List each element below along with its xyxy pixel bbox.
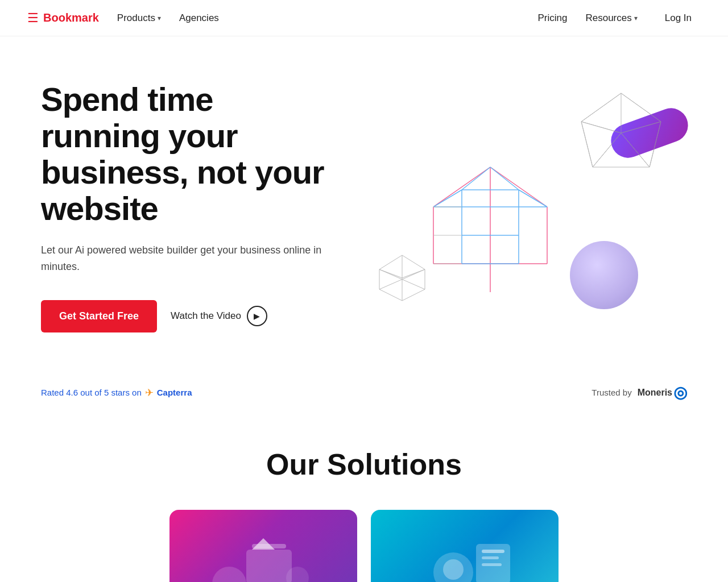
watch-video-button[interactable]: Watch the Video ▶ [171,306,267,326]
wireframe-diamond-top [576,88,667,178]
hero-content: Spend time running your business, not yo… [41,81,337,332]
nav-products[interactable]: Products ▾ [117,13,161,24]
svg-line-6 [593,133,621,167]
solution-card-builder[interactable] [169,510,357,582]
svg-marker-3 [581,122,621,167]
solutions-section: Our Solutions [0,413,728,582]
solution-card-ecommerce[interactable] [371,510,559,582]
nav-pricing[interactable]: Pricing [538,13,568,24]
nav-left: ☰ Bookmark Products ▾ Agencies [27,11,219,26]
card-illustration-purple [169,510,357,582]
wireframe-diamond-small [377,252,428,304]
nav-right: Pricing Resources ▾ Log In [538,9,701,27]
logo-link[interactable]: ☰ Bookmark [27,11,99,26]
hero-actions: Get Started Free Watch the Video ▶ [41,300,337,332]
chevron-down-icon: ▾ [634,14,638,22]
svg-point-45 [443,559,464,580]
svg-marker-2 [621,122,661,167]
hero-section: Spend time running your business, not yo… [0,36,728,366]
svg-rect-36 [246,550,292,582]
play-icon: ▶ [247,306,267,326]
wireframe-tower [416,161,564,298]
svg-line-32 [379,269,402,278]
capterra-rating: Rated 4.6 out of 5 stars on ✈ Capterra [41,386,192,399]
solutions-heading: Our Solutions [27,447,701,481]
svg-line-13 [490,167,519,190]
nav-login[interactable]: Log In [656,9,701,27]
moneris-swirl-icon: ◎ [673,383,687,402]
logo-text: Bookmark [43,11,99,24]
trusted-by-section: Trusted by Moneris ◎ [592,383,687,402]
svg-line-14 [519,190,547,207]
navbar: ☰ Bookmark Products ▾ Agencies Pricing R… [0,0,728,36]
svg-line-15 [433,190,462,207]
svg-line-16 [462,167,490,190]
chevron-down-icon: ▾ [158,14,161,22]
hero-footer: Rated 4.6 out of 5 stars on ✈ Capterra T… [0,372,728,413]
svg-point-34 [212,567,246,582]
svg-line-5 [621,133,650,167]
svg-rect-43 [482,556,499,559]
solutions-cards [27,510,701,582]
svg-line-31 [402,269,425,278]
nav-resources[interactable]: Resources ▾ [585,13,637,24]
hero-heading: Spend time running your business, not yo… [41,81,337,226]
hero-subtext: Let our Ai powered website builder get y… [41,242,337,275]
svg-rect-42 [482,550,504,553]
svg-rect-44 [482,563,502,566]
get-started-button[interactable]: Get Started Free [41,300,157,332]
capterra-icon: ✈ [145,386,154,399]
sphere-shape [570,241,638,309]
hero-illustration [371,70,701,343]
card-illustration-blue [371,510,559,582]
nav-agencies[interactable]: Agencies [179,13,219,24]
logo-icon: ☰ [27,11,39,26]
moneris-logo: Moneris ◎ [638,383,687,402]
